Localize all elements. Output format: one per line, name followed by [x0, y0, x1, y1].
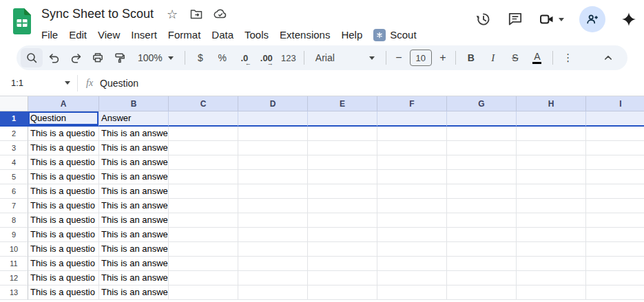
cell-d11[interactable] [238, 257, 308, 271]
cell-a10[interactable]: This is a questio [28, 242, 99, 257]
row-header-8[interactable]: 8 [0, 213, 28, 228]
cell-a8[interactable]: This is a questio [28, 213, 99, 228]
cell-g4[interactable] [447, 155, 517, 170]
row-header-12[interactable]: 12 [0, 271, 28, 285]
version-history-icon[interactable] [475, 11, 492, 28]
cell-f12[interactable] [377, 271, 447, 285]
cell-f13[interactable] [377, 285, 447, 300]
cell-g12[interactable] [447, 271, 517, 285]
cell-b10[interactable]: This is an answer! [99, 242, 169, 257]
cell-b11[interactable]: This is an answer! [99, 257, 169, 271]
increase-font-size-button[interactable]: + [435, 48, 451, 67]
column-header-d[interactable]: D [238, 96, 308, 111]
cell-i5[interactable] [586, 170, 644, 184]
more-options-icon[interactable]: ⋮ [557, 48, 579, 67]
cell-e10[interactable] [308, 242, 377, 257]
column-header-a[interactable]: A [28, 96, 99, 111]
currency-format-button[interactable]: $ [189, 48, 211, 67]
cell-a9[interactable]: This is a questio [28, 228, 99, 242]
cell-h3[interactable] [517, 141, 586, 155]
search-icon[interactable] [21, 48, 43, 67]
cell-c8[interactable] [169, 213, 238, 228]
cell-d13[interactable] [238, 285, 308, 300]
column-header-i[interactable]: I [586, 96, 644, 111]
row-header-10[interactable]: 10 [0, 242, 28, 257]
cell-i7[interactable] [586, 199, 644, 213]
cell-a12[interactable]: This is a questio [28, 271, 99, 285]
cell-b9[interactable]: This is an answer! [99, 228, 169, 242]
cell-f9[interactable] [377, 228, 447, 242]
increase-decimal-button[interactable]: .00 → [256, 48, 278, 67]
cell-i11[interactable] [586, 257, 644, 271]
cell-d9[interactable] [238, 228, 308, 242]
cell-f5[interactable] [377, 170, 447, 184]
cell-f10[interactable] [377, 242, 447, 257]
zoom-select[interactable]: 100% [131, 48, 180, 67]
cell-i6[interactable] [586, 184, 644, 199]
cell-h11[interactable] [517, 257, 586, 271]
row-header-4[interactable]: 4 [0, 155, 28, 170]
cell-i3[interactable] [586, 141, 644, 155]
cell-d10[interactable] [238, 242, 308, 257]
menu-item-file[interactable]: File [36, 28, 63, 42]
video-call-button[interactable] [539, 11, 564, 28]
cell-e13[interactable] [308, 285, 377, 300]
cell-h5[interactable] [517, 170, 586, 184]
cell-c4[interactable] [169, 155, 238, 170]
bold-button[interactable]: B [460, 48, 482, 67]
cell-f7[interactable] [377, 199, 447, 213]
cell-d4[interactable] [238, 155, 308, 170]
cell-g9[interactable] [447, 228, 517, 242]
cell-h8[interactable] [517, 213, 586, 228]
cell-c3[interactable] [169, 141, 238, 155]
cell-e8[interactable] [308, 213, 377, 228]
cell-b7[interactable]: This is an answer! [99, 199, 169, 213]
cell-c7[interactable] [169, 199, 238, 213]
cell-i1[interactable] [586, 111, 644, 127]
gemini-sparkle-icon[interactable] [621, 11, 637, 28]
column-header-c[interactable]: C [169, 96, 238, 111]
cell-f8[interactable] [377, 213, 447, 228]
undo-icon[interactable] [43, 48, 65, 67]
cell-f4[interactable] [377, 155, 447, 170]
saved-cloud-icon[interactable] [213, 7, 228, 22]
star-icon[interactable]: ☆ [165, 7, 180, 22]
cell-e12[interactable] [308, 271, 377, 285]
cell-g1[interactable] [447, 111, 517, 127]
cell-c11[interactable] [169, 257, 238, 271]
cell-g7[interactable] [447, 199, 517, 213]
row-header-2[interactable]: 2 [0, 127, 28, 141]
cell-d2[interactable] [238, 127, 308, 141]
font-family-select[interactable]: Arial [309, 48, 382, 67]
cell-b4[interactable]: This is an answer! [99, 155, 169, 170]
cell-e2[interactable] [308, 127, 377, 141]
cell-a7[interactable]: This is a questio [28, 199, 99, 213]
row-header-9[interactable]: 9 [0, 228, 28, 242]
cell-a2[interactable]: This is a questio [28, 127, 99, 141]
cell-b1[interactable]: Answer [99, 111, 169, 127]
cell-d3[interactable] [238, 141, 308, 155]
cell-c9[interactable] [169, 228, 238, 242]
row-header-13[interactable]: 13 [0, 285, 28, 300]
decrease-decimal-button[interactable]: .0 ← [233, 48, 256, 67]
column-header-g[interactable]: G [447, 96, 517, 111]
cell-e7[interactable] [308, 199, 377, 213]
cell-i13[interactable] [586, 285, 644, 300]
cell-b8[interactable]: This is an answer! [99, 213, 169, 228]
row-header-3[interactable]: 3 [0, 141, 28, 155]
cell-i10[interactable] [586, 242, 644, 257]
column-header-f[interactable]: F [377, 96, 447, 111]
decrease-font-size-button[interactable]: − [391, 48, 407, 67]
cell-g6[interactable] [447, 184, 517, 199]
cell-h1[interactable] [517, 111, 586, 127]
cell-d1[interactable] [238, 111, 308, 127]
row-header-11[interactable]: 11 [0, 257, 28, 271]
cell-i8[interactable] [586, 213, 644, 228]
select-all-corner[interactable] [0, 96, 28, 111]
cell-c12[interactable] [169, 271, 238, 285]
cell-f6[interactable] [377, 184, 447, 199]
menu-item-data[interactable]: Data [206, 28, 239, 42]
cell-e1[interactable] [308, 111, 377, 127]
cell-h10[interactable] [517, 242, 586, 257]
column-header-e[interactable]: E [308, 96, 377, 111]
